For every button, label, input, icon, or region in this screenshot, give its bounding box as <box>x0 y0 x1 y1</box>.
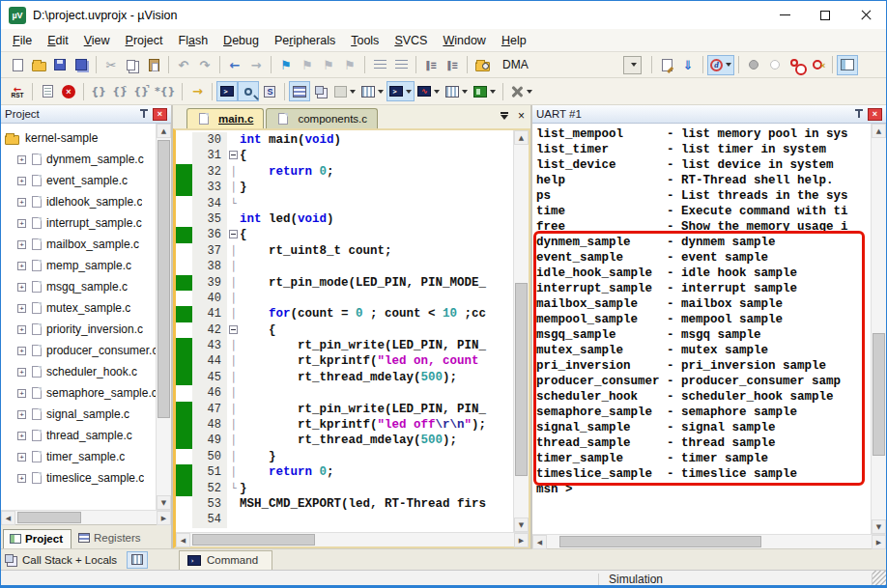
memory-calculator-button[interactable] <box>127 551 148 569</box>
expand-icon[interactable]: + <box>17 155 26 164</box>
uart-output[interactable]: list_mempool - list memory pool in sysli… <box>532 124 871 534</box>
code-line[interactable]: 47│ rt_pin_write(LED_PIN, PIN_ <box>176 402 513 417</box>
scroll-down-icon[interactable]: ▼ <box>514 518 529 532</box>
menu-tools[interactable]: Tools <box>343 31 386 50</box>
expand-icon[interactable]: + <box>17 453 26 462</box>
tree-item-timer_sample.c[interactable]: +timer_sample.c <box>5 446 156 467</box>
scroll-down-icon[interactable]: ▼ <box>157 495 171 510</box>
resize-grip[interactable] <box>873 571 886 588</box>
collapse-icon[interactable] <box>229 151 238 159</box>
scroll-right-icon[interactable]: ▶ <box>514 533 529 547</box>
save-file-button[interactable] <box>49 55 71 75</box>
tree-item-producer_consumer.c[interactable]: +producer_consumer.c <box>5 340 156 361</box>
minimize-button[interactable] <box>764 1 805 29</box>
copy-button[interactable] <box>122 55 143 75</box>
expand-icon[interactable]: + <box>17 389 26 398</box>
menu-window[interactable]: Window <box>435 31 493 50</box>
scroll-up-icon[interactable]: ▲ <box>872 124 886 138</box>
command-window-toggle-button[interactable]: > <box>216 81 238 101</box>
editor-tab-main.c[interactable]: main.c <box>186 108 264 128</box>
tree-item-signal_sample.c[interactable]: +signal_sample.c <box>5 404 156 425</box>
scroll-thumb[interactable] <box>192 534 315 546</box>
disassembly-window-toggle-button[interactable] <box>238 81 259 101</box>
tab-registers[interactable]: Registers <box>72 528 150 548</box>
new-file-button[interactable] <box>7 55 28 75</box>
flash-configure-button[interactable] <box>656 55 677 75</box>
code-line[interactable]: 53MSH_CMD_EXPORT(led, RT-Thread firs <box>176 496 513 512</box>
navigate-forward-button[interactable]: → <box>245 55 267 75</box>
breakpoint-insert-button[interactable] <box>743 55 764 75</box>
breakpoint-enable-button[interactable] <box>764 55 786 75</box>
indent-button[interactable] <box>369 55 390 75</box>
fold-marker[interactable] <box>227 148 240 163</box>
flash-download-button[interactable]: ⇓ <box>677 55 699 75</box>
code-line[interactable]: 45│ rt_thread_mdelay(500); <box>176 370 513 385</box>
step-out-button[interactable]: {}̚ <box>130 81 152 101</box>
undo-button[interactable]: ↶ <box>173 55 194 75</box>
tree-item-dynmem_sample.c[interactable]: +dynmem_sample.c <box>5 149 156 170</box>
code-line[interactable]: 48│ rt_kprintf("led off\r\n"); <box>176 417 513 433</box>
code-area[interactable]: 30int main(void)31{32│ return 0;33│}34└3… <box>176 130 513 532</box>
scroll-thumb[interactable] <box>559 536 760 547</box>
menu-edit[interactable]: Edit <box>40 31 76 50</box>
menu-file[interactable]: File <box>5 31 40 50</box>
scroll-up-icon[interactable]: ▲ <box>157 124 171 138</box>
pin-icon[interactable] <box>855 109 863 119</box>
expand-icon[interactable]: + <box>17 177 26 185</box>
target-select-dropdown[interactable] <box>623 56 642 74</box>
code-line[interactable]: 44│ rt_kprintf("led on, count <box>176 353 513 369</box>
uart-panel-close-icon[interactable]: × <box>868 108 882 121</box>
fold-marker[interactable] <box>227 322 240 338</box>
run-button[interactable] <box>37 81 58 101</box>
target-select[interactable]: DMA <box>499 56 642 74</box>
code-line[interactable]: 32│ return 0; <box>176 164 513 180</box>
paste-button[interactable] <box>143 55 164 75</box>
comment-selection-button[interactable]: ∥≡ <box>420 55 442 75</box>
project-window-toggle-button[interactable] <box>837 55 858 75</box>
expand-icon[interactable]: + <box>17 219 26 228</box>
expand-icon[interactable]: + <box>17 410 26 419</box>
collapse-icon[interactable] <box>229 230 238 238</box>
find-in-files-button[interactable] <box>472 55 493 75</box>
scroll-left-icon[interactable]: ◀ <box>176 533 190 547</box>
watch-window-dropdown-button[interactable] <box>331 81 358 101</box>
project-horizontal-scrollbar[interactable]: ◀ ▶ <box>1 510 171 524</box>
trace-window-dropdown-button[interactable] <box>443 81 471 101</box>
expand-icon[interactable]: + <box>17 347 26 355</box>
step-into-button[interactable]: {̬} <box>88 81 109 101</box>
tree-item-timeslice_sample.c[interactable]: +timeslice_sample.c <box>5 467 156 489</box>
serial-window-dropdown-button[interactable]: > <box>386 81 415 101</box>
menu-peripherals[interactable]: Peripherals <box>267 31 343 50</box>
registers-window-toggle-button[interactable] <box>289 81 310 101</box>
expand-icon[interactable]: + <box>17 474 26 483</box>
tree-item-priority_inversion.c[interactable]: +priority_inversion.c <box>5 319 156 340</box>
editor-vertical-scrollbar[interactable]: ▲ ▼ <box>513 130 529 532</box>
tree-item-idlehook_sample.c[interactable]: +idlehook_sample.c <box>5 191 156 212</box>
step-over-button[interactable]: {}̑ <box>109 81 130 101</box>
save-all-button[interactable] <box>71 55 92 75</box>
tree-item-thread_sample.c[interactable]: +thread_sample.c <box>5 425 156 446</box>
breakpoints-disable-all-button[interactable] <box>786 55 807 75</box>
cut-button[interactable]: ✂ <box>100 55 122 75</box>
debug-toolbox-dropdown-button[interactable] <box>507 81 535 101</box>
project-vertical-scrollbar[interactable]: ▲ ▼ <box>156 124 171 510</box>
expand-icon[interactable]: + <box>17 262 26 270</box>
scroll-down-icon[interactable]: ▼ <box>872 519 886 534</box>
tree-item-semaphore_sample.c[interactable]: +semaphore_sample.c <box>5 382 156 404</box>
maximize-button[interactable] <box>805 1 845 29</box>
scroll-up-icon[interactable]: ▲ <box>514 130 529 145</box>
insert-bookmark-button[interactable]: ⚑ <box>275 55 297 75</box>
scroll-right-icon[interactable]: ▶ <box>872 535 886 549</box>
call-stack-tab[interactable]: Call Stack + Locals <box>1 551 173 569</box>
code-line[interactable]: 36{ <box>176 227 513 242</box>
navigate-back-button[interactable]: ← <box>224 55 245 75</box>
code-line[interactable]: 34└ <box>176 196 513 211</box>
stop-button[interactable]: × <box>58 81 79 101</box>
menu-flash[interactable]: Flash <box>171 31 216 50</box>
tree-item-interrupt_sample.c[interactable]: +interrupt_sample.c <box>5 212 156 234</box>
fold-marker[interactable] <box>227 227 240 242</box>
menu-help[interactable]: Help <box>494 31 534 50</box>
tab-project[interactable]: Project <box>3 529 72 548</box>
analysis-window-dropdown-button[interactable]: ∿ <box>415 81 443 101</box>
uart-vertical-scrollbar[interactable]: ▲ ▼ <box>871 124 886 534</box>
